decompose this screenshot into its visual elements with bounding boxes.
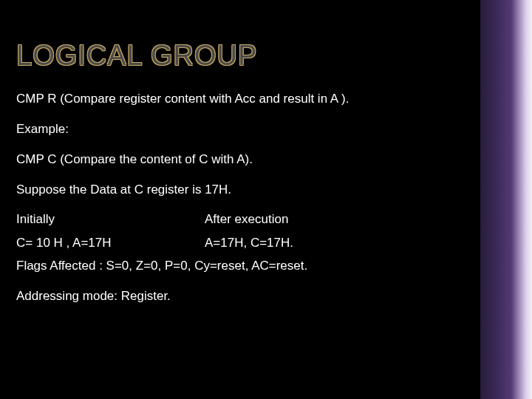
- slide-title: LOGICAL GROUP: [16, 40, 502, 72]
- state-values-row: C= 10 H , A=17H A=17H, C=17H.: [16, 236, 502, 250]
- body-line-2: Example:: [16, 121, 502, 138]
- addressing-line: Addressing mode: Register.: [16, 288, 502, 305]
- state-header-row: Initially After execution: [16, 212, 502, 227]
- body-line-1: CMP R (Compare register content with Acc…: [16, 91, 502, 108]
- flags-line: Flags Affected : S=0, Z=0, P=0, Cy=reset…: [16, 258, 502, 275]
- state-header-initial: Initially: [16, 212, 205, 227]
- body-line-3: CMP C (Compare the content of C with A).: [16, 151, 502, 168]
- slide: LOGICAL GROUP CMP R (Compare register co…: [0, 0, 532, 305]
- state-values-after: A=17H, C=17H.: [205, 236, 293, 250]
- body-line-4: Suppose the Data at C register is 17H.: [16, 182, 502, 199]
- state-values-initial: C= 10 H , A=17H: [16, 236, 205, 250]
- state-header-after: After execution: [205, 212, 288, 227]
